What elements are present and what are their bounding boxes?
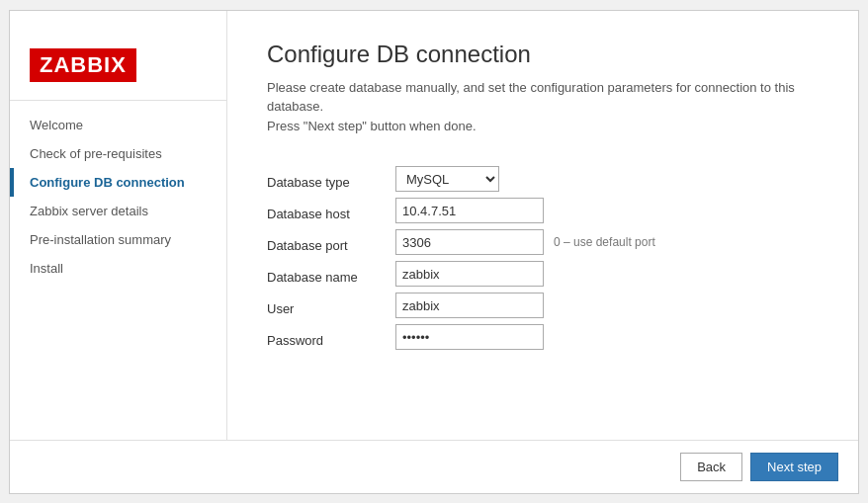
logo: ZABBIX <box>30 48 136 82</box>
db-type-row: Database type MySQL PostgreSQL Oracle IB… <box>267 166 819 192</box>
page-description: Please create database manually, and set… <box>267 78 819 136</box>
back-button[interactable]: Back <box>680 453 742 481</box>
user-cell <box>395 293 819 318</box>
db-form: Database type MySQL PostgreSQL Oracle IB… <box>267 160 819 356</box>
sidebar-item-install[interactable]: Install <box>10 254 226 283</box>
db-name-label: Database name <box>267 261 395 287</box>
page-title: Configure DB connection <box>267 41 819 68</box>
db-name-cell <box>395 261 819 287</box>
user-label: User <box>267 293 395 318</box>
description-line2: Press "Next step" button when done. <box>267 119 477 133</box>
sidebar-item-welcome[interactable]: Welcome <box>10 111 226 139</box>
user-row: User <box>267 293 819 318</box>
sidebar-item-server-details[interactable]: Zabbix server details <box>10 197 226 225</box>
sidebar-item-pre-installation[interactable]: Pre-installation summary <box>10 225 226 254</box>
db-host-label: Database host <box>267 198 395 223</box>
footer: Back Next step <box>10 440 858 493</box>
next-step-button[interactable]: Next step <box>750 453 838 481</box>
main-container: ZABBIX Welcome Check of pre-requisites C… <box>9 10 859 494</box>
db-port-input[interactable] <box>395 229 544 255</box>
password-cell <box>395 324 819 350</box>
db-name-row: Database name <box>267 261 819 287</box>
db-port-label: Database port <box>267 229 395 255</box>
logo-area: ZABBIX <box>10 31 226 101</box>
db-type-cell: MySQL PostgreSQL Oracle IBM DB2 SQLite3 <box>395 166 819 192</box>
db-port-hint: 0 – use default port <box>554 235 655 249</box>
description-line1: Please create database manually, and set… <box>267 80 795 115</box>
content-area: ZABBIX Welcome Check of pre-requisites C… <box>10 11 858 440</box>
main-content: Configure DB connection Please create da… <box>227 11 858 440</box>
password-input[interactable] <box>395 324 544 350</box>
sidebar: ZABBIX Welcome Check of pre-requisites C… <box>10 11 227 440</box>
sidebar-item-prerequisites[interactable]: Check of pre-requisites <box>10 139 226 168</box>
db-name-input[interactable] <box>395 261 544 287</box>
db-host-cell <box>395 198 819 223</box>
db-type-select[interactable]: MySQL PostgreSQL Oracle IBM DB2 SQLite3 <box>395 166 499 192</box>
password-label: Password <box>267 324 395 350</box>
password-row: Password <box>267 324 819 350</box>
db-host-input[interactable] <box>395 198 544 223</box>
user-input[interactable] <box>395 293 544 318</box>
db-host-row: Database host <box>267 198 819 223</box>
sidebar-item-configure-db[interactable]: Configure DB connection <box>10 168 226 197</box>
db-port-row: Database port 0 – use default port <box>267 229 819 255</box>
db-port-cell: 0 – use default port <box>395 229 819 255</box>
db-type-label: Database type <box>267 166 395 192</box>
